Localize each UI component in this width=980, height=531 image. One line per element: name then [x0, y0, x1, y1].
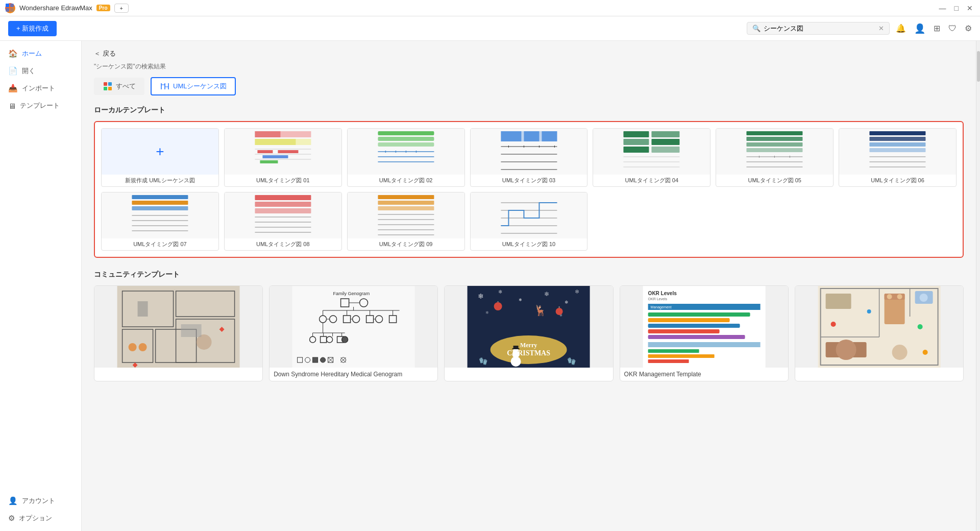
svg-rect-75	[870, 148, 926, 152]
template-label-03: UMLタイミング図 03	[471, 175, 587, 186]
pro-badge: Pro	[96, 5, 110, 11]
filter-tab-uml[interactable]: UMLシーケンス図	[151, 77, 236, 95]
user-icon[interactable]: 👤	[914, 23, 925, 34]
svg-rect-96	[378, 195, 434, 199]
sidebar-item-home-label: ホーム	[22, 49, 42, 58]
svg-rect-88	[255, 195, 311, 200]
template-card-new[interactable]: + 新規作成 UMLシーケンス図	[101, 128, 219, 187]
close-button[interactable]: ✕	[965, 4, 975, 12]
okr-thumb: OKR Levels OKR Levels Management	[620, 286, 788, 368]
svg-text:❄: ❄	[519, 298, 522, 302]
svg-text:Management: Management	[650, 305, 671, 309]
clear-search-icon[interactable]: ✕	[878, 25, 884, 32]
community-card-okr[interactable]: OKR Levels OKR Levels Management	[620, 285, 789, 381]
template-label-05: UMLタイミング図 05	[716, 175, 833, 186]
search-input[interactable]	[764, 25, 875, 32]
template-card-03[interactable]: UMLタイミング図 03	[470, 128, 588, 187]
community-card-room[interactable]	[795, 285, 964, 381]
svg-text:Merry: Merry	[520, 342, 537, 349]
template-card-06[interactable]: UMLタイミング図 06	[839, 128, 957, 187]
minimize-button[interactable]: —	[937, 4, 948, 12]
svg-point-159	[321, 357, 326, 363]
svg-text:🧤: 🧤	[479, 357, 488, 366]
svg-point-212	[897, 294, 902, 299]
settings-icon[interactable]: ⚙	[965, 23, 972, 33]
local-templates-row2: UMLタイミング図 07	[101, 192, 957, 251]
svg-rect-41	[542, 131, 557, 141]
template-label-02: UMLタイミング図 02	[348, 175, 464, 186]
filter-tab-all[interactable]: すべて	[94, 78, 144, 95]
new-create-button[interactable]: + 新規作成	[8, 21, 57, 36]
sidebar-item-open[interactable]: 📄 開く	[0, 62, 81, 80]
community-icon[interactable]: ⊞	[934, 23, 940, 33]
svg-text:OKR Levels: OKR Levels	[648, 297, 667, 301]
template-label-01: UMLタイミング図 01	[225, 175, 341, 186]
all-icon	[103, 81, 113, 91]
community-card-christmas[interactable]: ❄ ❄ ❄ ❄ ❄ ❄ ❄ ❄ 🦌	[444, 285, 613, 381]
svg-rect-95	[375, 192, 436, 238]
svg-rect-62	[747, 137, 803, 141]
sidebar-item-account[interactable]: 👤 アカウント	[0, 492, 81, 510]
sidebar: 🏠 ホーム 📄 開く 📥 インポート 🖥 テンプレート 👤 アカウント ⚙ オプ…	[0, 41, 82, 531]
community-card-floor[interactable]	[94, 285, 263, 381]
template-card-07[interactable]: UMLタイミング図 07	[101, 192, 219, 251]
sidebar-bottom: 👤 アカウント ⚙ オプション	[0, 492, 81, 527]
sidebar-item-options[interactable]: ⚙ オプション	[0, 510, 81, 527]
template-card-05[interactable]: UMLタイミング図 05	[716, 128, 834, 187]
uml-icon	[160, 81, 170, 91]
template-card-04[interactable]: UMLタイミング図 04	[593, 128, 710, 187]
svg-rect-97	[378, 201, 434, 205]
svg-point-222	[922, 350, 927, 355]
svg-rect-98	[378, 206, 434, 210]
svg-text:OKR Levels: OKR Levels	[648, 291, 677, 296]
filter-tab-uml-label: UMLシーケンス図	[173, 82, 227, 91]
back-button[interactable]: ＜ 戻る	[94, 49, 964, 58]
template-card-02[interactable]: UMLタイミング図 02	[347, 128, 465, 187]
sidebar-item-import[interactable]: 📥 インポート	[0, 80, 81, 97]
svg-point-221	[917, 324, 922, 329]
svg-point-178	[556, 308, 563, 315]
main-layout: 🏠 ホーム 📄 開く 📥 インポート 🖥 テンプレート 👤 アカウント ⚙ オプ…	[0, 41, 980, 531]
sidebar-item-template[interactable]: 🖥 テンプレート	[0, 97, 81, 114]
svg-rect-0	[6, 4, 9, 7]
shield-icon[interactable]: 🛡	[948, 24, 957, 33]
new-tab-button[interactable]: +	[114, 4, 129, 13]
svg-text:🧤: 🧤	[567, 357, 576, 366]
sidebar-item-home[interactable]: 🏠 ホーム	[0, 45, 81, 62]
svg-rect-27	[378, 131, 434, 135]
template-label-10: UMLタイミング図 10	[471, 238, 587, 250]
template-card-10[interactable]: UMLタイミング図 10	[470, 192, 588, 251]
svg-text:❄: ❄	[544, 291, 549, 298]
sidebar-item-import-label: インポート	[22, 84, 55, 93]
svg-rect-120	[181, 324, 202, 337]
scrollbar[interactable]	[976, 41, 980, 531]
svg-rect-196	[648, 318, 729, 322]
template-label-08: UMLタイミング図 08	[225, 238, 341, 250]
svg-rect-25	[260, 160, 278, 163]
svg-rect-54	[652, 139, 680, 145]
svg-point-149	[342, 336, 348, 343]
svg-rect-80	[132, 195, 188, 199]
svg-rect-73	[870, 137, 926, 141]
notification-icon[interactable]: 🔔	[896, 23, 906, 33]
svg-text:❄: ❄	[485, 310, 489, 315]
christmas-thumb: ❄ ❄ ❄ ❄ ❄ ❄ ❄ ❄ 🦌	[445, 286, 612, 368]
thumb-08	[225, 192, 341, 238]
local-section-title: ローカルテンプレート	[94, 106, 964, 115]
community-card-genogram[interactable]: Family Genogram	[269, 285, 438, 381]
svg-rect-81	[132, 201, 188, 205]
template-card-01[interactable]: UMLタイミング図 01	[224, 128, 342, 187]
svg-rect-89	[255, 202, 311, 207]
svg-rect-2	[6, 8, 9, 12]
template-label-04: UMLタイミング図 04	[593, 175, 710, 186]
thumb-01	[225, 129, 341, 175]
local-templates-section: + 新規作成 UMLシーケンス図	[94, 121, 964, 258]
template-card-09[interactable]: UMLタイミング図 09	[347, 192, 465, 251]
maximize-button[interactable]: □	[952, 4, 961, 12]
svg-point-215	[836, 340, 856, 360]
svg-rect-200	[648, 342, 760, 347]
toolbar-icons: 🔔 👤 ⊞ 🛡 ⚙	[896, 23, 972, 34]
template-card-08[interactable]: UMLタイミング図 08	[224, 192, 342, 251]
window-controls[interactable]: — □ ✕	[937, 4, 975, 12]
svg-rect-203	[648, 359, 689, 363]
